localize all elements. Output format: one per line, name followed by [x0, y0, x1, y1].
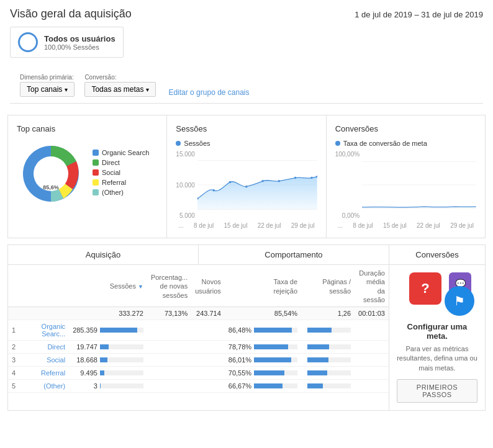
config-desc: Para ver as métricas resultantes, defina… — [397, 344, 477, 373]
legend-item-other: (Other) — [93, 189, 149, 196]
cell-channel[interactable]: Direct — [19, 341, 69, 354]
cell-channel[interactable]: Organic Searc... — [19, 320, 69, 341]
table-row: 2 Direct 19.747 78,78% — [8, 341, 389, 354]
cell-bounce: 86,48% — [225, 320, 301, 341]
cell-pct-new — [147, 354, 191, 367]
legend-dot-other — [93, 189, 99, 195]
primeiros-passos-button[interactable]: PRIMEIROS PASSOS — [397, 379, 477, 403]
conversoes-legend-label: Taxa de conversão de meta — [343, 140, 427, 147]
col-bounce: Taxa derejeição — [225, 265, 301, 307]
svg-point-10 — [261, 180, 264, 182]
svg-text:85,6%: 85,6% — [43, 184, 59, 190]
conversion-label: Conversão: — [84, 74, 156, 81]
col-rank — [8, 265, 19, 307]
conversoes-panel: Conversões Taxa de conversão de meta 100… — [327, 115, 485, 238]
todas-as-metas-dropdown[interactable]: Todas as metas — [84, 82, 156, 97]
legend-dot-organic — [93, 150, 99, 156]
acquisition-behavior-container: Aquisição Comportamento Sessões ▼ Porcen… — [8, 245, 389, 410]
cell-pages — [301, 367, 355, 380]
svg-point-13 — [310, 177, 313, 179]
cell-rank: 1 — [8, 320, 19, 341]
cell-sessions: 9.495 — [69, 367, 147, 380]
cell-new-users — [191, 367, 225, 380]
cell-pages — [301, 380, 355, 393]
behavior-header: Comportamento — [199, 245, 389, 265]
cell-duration — [355, 380, 389, 393]
sessoes-chart-container: 15.000 10.000 5.000 — [176, 151, 317, 229]
legend-item-social: Social — [93, 169, 149, 176]
conversoes-svg — [362, 151, 476, 219]
cell-duration — [355, 341, 389, 354]
cell-bounce: 86,01% — [225, 354, 301, 367]
top-canais-panel: Top canais 85,6% — [8, 115, 167, 238]
data-section: Aquisição Comportamento Sessões ▼ Porcen… — [7, 244, 486, 411]
cell-duration: 00:01:03 — [355, 307, 389, 320]
legend-dot-direct — [93, 159, 99, 166]
config-icons: ? 💬 ⚑ — [397, 272, 477, 316]
config-title: Configurar uma meta. — [397, 322, 477, 341]
conversoes-chart-title: Conversões — [335, 124, 476, 133]
cell-new-users — [191, 320, 225, 341]
pie-chart: 85,6% — [17, 140, 85, 208]
sessoes-legend: Sessões — [176, 140, 317, 147]
table-row: 5 (Other) 3 66,67% — [8, 380, 389, 393]
svg-point-8 — [229, 181, 232, 184]
conversoes-chart-container: 100,00% 0,00% ... 8 de — [335, 151, 476, 229]
user-segment: Todos os usuários 100,00% Sessões — [10, 27, 124, 58]
charts-section: Top canais 85,6% — [7, 115, 486, 238]
conversoes-x-labels: ... 8 de jul 15 de jul 22 de jul 29 de j… — [335, 222, 476, 229]
cell-pages — [301, 320, 355, 341]
col-channel — [19, 265, 69, 307]
table-row: 333.272 73,13% 243.714 85,54% 1,26 00:01… — [8, 307, 389, 320]
cell-sessions: 285.359 — [69, 320, 147, 341]
top-canais-dropdown[interactable]: Top canais — [20, 82, 75, 97]
segment-sub: 100,00% Sessões — [44, 43, 115, 51]
filter-bar: Dimensão primária: Top canais Conversão:… — [10, 70, 483, 104]
cell-channel[interactable]: (Other) — [19, 380, 69, 393]
cell-bounce: 66,67% — [225, 380, 301, 393]
conversoes-panel-title: Conversões — [389, 245, 485, 265]
table-row: 4 Referral 9.495 70,55% — [8, 367, 389, 380]
cell-rank: 5 — [8, 380, 19, 393]
cell-pct-new: 73,13% — [147, 307, 191, 320]
section-headers: Aquisição Comportamento — [8, 245, 389, 265]
col-pct-new: Porcentag...de novassessões — [147, 265, 191, 307]
legend-item-organic: Organic Search — [93, 149, 149, 156]
cell-channel[interactable]: Social — [19, 354, 69, 367]
cell-sessions: 333.272 — [69, 307, 147, 320]
legend-dot-social — [93, 169, 99, 176]
svg-point-12 — [294, 177, 297, 179]
cell-rank: 2 — [8, 341, 19, 354]
sessoes-svg — [197, 151, 317, 219]
conversoes-legend-dot — [335, 141, 340, 146]
cell-bounce: 78,78% — [225, 341, 301, 354]
svg-point-9 — [245, 186, 248, 188]
cell-rank: 4 — [8, 367, 19, 380]
cell-bounce: 70,55% — [225, 367, 301, 380]
cell-channel[interactable]: Referral — [19, 367, 69, 380]
cell-bounce: 85,54% — [225, 307, 301, 320]
table-row: 3 Social 18.668 86,01% — [8, 354, 389, 367]
legend-item-direct: Direct — [93, 159, 149, 166]
svg-point-11 — [278, 180, 281, 182]
flag-icon: ⚑ — [445, 286, 474, 316]
table-row: 1 Organic Searc... 285.359 86,48% — [8, 320, 389, 341]
cell-rank: 3 — [8, 354, 19, 367]
cell-pages: 1,26 — [301, 307, 355, 320]
cell-duration — [355, 320, 389, 341]
cell-sessions: 18.668 — [69, 354, 147, 367]
date-range: 1 de jul de 2019 – 31 de jul de 2019 — [355, 7, 483, 19]
pie-legend: Organic Search Direct Social Referral (O… — [93, 149, 149, 199]
sessoes-title: Sessões — [176, 124, 317, 133]
cell-pct-new — [147, 341, 191, 354]
cell-new-users — [191, 341, 225, 354]
cell-new-users — [191, 380, 225, 393]
cell-channel — [19, 307, 69, 320]
cell-duration — [355, 367, 389, 380]
cell-pages — [301, 341, 355, 354]
cell-pct-new — [147, 367, 191, 380]
svg-point-7 — [212, 189, 215, 192]
primary-dimension-label: Dimensão primária: — [20, 74, 75, 81]
edit-group-link[interactable]: Editar o grupo de canais — [168, 88, 249, 97]
question-icon: ? — [409, 272, 441, 305]
